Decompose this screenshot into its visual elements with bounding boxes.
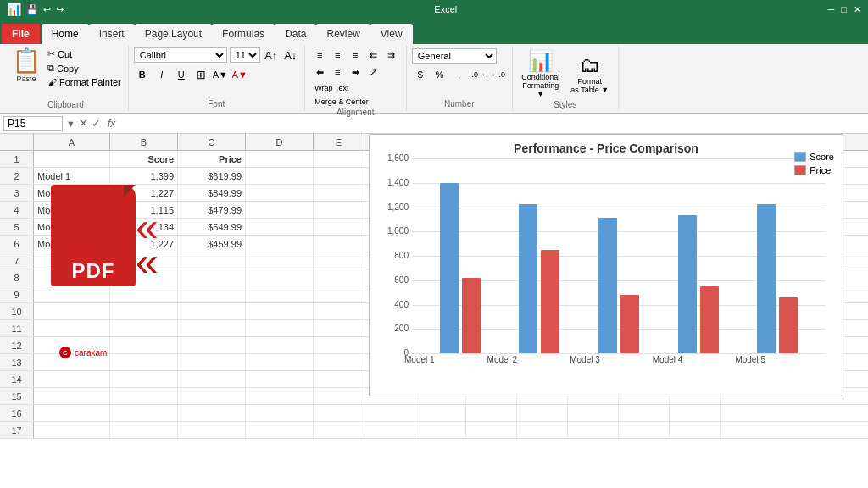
cell-J2[interactable] <box>568 168 619 184</box>
cell-A17[interactable] <box>34 422 110 438</box>
cell-D4[interactable] <box>246 202 314 218</box>
cell-A6[interactable]: Model 5 <box>34 236 110 252</box>
cell-F5[interactable] <box>364 219 415 235</box>
col-header-d[interactable]: D <box>246 134 314 150</box>
cell-D10[interactable] <box>246 303 314 319</box>
paste-button[interactable]: 📋 Paste <box>8 47 44 100</box>
cell-I15[interactable] <box>517 388 568 404</box>
cell-C16[interactable] <box>178 405 246 421</box>
cell-I17[interactable] <box>517 422 568 438</box>
cell-J14[interactable] <box>568 371 619 387</box>
cell-D14[interactable] <box>246 371 314 387</box>
cancel-formula-button[interactable]: ✕ <box>79 117 88 130</box>
cell-E8[interactable] <box>314 269 364 286</box>
cell-E1[interactable] <box>314 151 364 167</box>
cell-H6[interactable] <box>466 236 517 252</box>
cell-C15[interactable] <box>178 388 246 404</box>
cell-B10[interactable] <box>110 303 178 319</box>
cell-K17[interactable] <box>619 422 670 438</box>
wrap-text-button[interactable]: Wrap Text <box>311 82 352 94</box>
quick-redo-icon[interactable]: ↪ <box>56 4 64 15</box>
copy-button[interactable]: ⧉ Copy <box>46 62 123 75</box>
cell-E15[interactable] <box>314 388 364 404</box>
cell-A11[interactable] <box>34 320 110 336</box>
cell-L2[interactable] <box>670 168 721 184</box>
cell-L17[interactable] <box>670 422 721 438</box>
cell-F8[interactable] <box>364 269 415 286</box>
cell-B4[interactable]: 1,115 <box>110 202 178 218</box>
cell-D17[interactable] <box>246 422 314 438</box>
cell-G16[interactable] <box>415 405 466 421</box>
cell-E11[interactable] <box>314 320 364 336</box>
cell-C10[interactable] <box>178 303 246 319</box>
cell-L16[interactable] <box>670 405 721 421</box>
underline-button[interactable]: U <box>173 67 190 82</box>
cell-I14[interactable] <box>517 371 568 387</box>
col-header-a[interactable]: A <box>34 134 110 150</box>
cell-D6[interactable] <box>246 236 314 252</box>
cell-L15[interactable] <box>670 388 721 404</box>
cell-F3[interactable] <box>364 185 415 201</box>
align-left-button[interactable]: ⬅ <box>311 64 328 80</box>
cut-button[interactable]: ✂ Cut <box>46 47 123 60</box>
cell-I4[interactable] <box>517 202 568 218</box>
minimize-icon[interactable]: ─ <box>828 4 835 15</box>
cell-reference-input[interactable] <box>3 116 63 131</box>
cell-A12[interactable] <box>34 337 110 353</box>
cell-L7[interactable] <box>670 252 721 269</box>
cell-H10[interactable] <box>466 303 517 319</box>
cell-K14[interactable] <box>619 371 670 387</box>
cell-D7[interactable] <box>246 252 314 269</box>
cell-A7[interactable] <box>34 252 110 269</box>
cell-H11[interactable] <box>466 320 517 336</box>
col-header-b[interactable]: B <box>110 134 178 150</box>
cell-L10[interactable] <box>670 303 721 319</box>
cell-L5[interactable] <box>670 219 721 235</box>
cell-J15[interactable] <box>568 388 619 404</box>
cell-A10[interactable] <box>34 303 110 319</box>
cell-C3[interactable]: $849.99 <box>178 185 246 201</box>
cell-K7[interactable] <box>619 252 670 269</box>
cell-B2[interactable]: 1,399 <box>110 168 178 184</box>
cell-A2[interactable]: Model 1 <box>34 168 110 184</box>
cell-D5[interactable] <box>246 219 314 235</box>
cell-G12[interactable] <box>415 337 466 353</box>
quick-save-icon[interactable]: 💾 <box>26 4 38 15</box>
cell-A4[interactable]: Model 3 <box>34 202 110 218</box>
cell-H9[interactable] <box>466 286 517 302</box>
cell-K8[interactable] <box>619 269 670 286</box>
cell-L1[interactable] <box>670 151 721 167</box>
cell-G10[interactable] <box>415 303 466 319</box>
orientation-button[interactable]: ↗ <box>364 64 381 80</box>
col-header-h[interactable]: H <box>466 134 517 150</box>
align-top-right-button[interactable]: ≡ <box>347 47 364 63</box>
col-header-c[interactable]: C <box>178 134 246 150</box>
cell-C14[interactable] <box>178 371 246 387</box>
cell-B1[interactable]: Score <box>110 151 178 167</box>
cell-L8[interactable] <box>670 269 721 286</box>
cell-F15[interactable] <box>364 388 415 404</box>
italic-button[interactable]: I <box>153 67 170 82</box>
cell-D13[interactable] <box>246 354 314 370</box>
cell-F2[interactable] <box>364 168 415 184</box>
cell-F12[interactable] <box>364 337 415 353</box>
cell-J3[interactable] <box>568 185 619 201</box>
cell-E13[interactable] <box>314 354 364 370</box>
cell-J5[interactable] <box>568 219 619 235</box>
number-format-select[interactable]: General <box>412 48 497 64</box>
cell-E17[interactable] <box>314 422 364 438</box>
cell-A3[interactable]: Model 2 <box>34 185 110 201</box>
cell-B16[interactable] <box>110 405 178 421</box>
currency-button[interactable]: $ <box>412 67 429 82</box>
cell-J12[interactable] <box>568 337 619 353</box>
cell-E4[interactable] <box>314 202 364 218</box>
cell-D1[interactable] <box>246 151 314 167</box>
font-name-select[interactable]: Calibri <box>134 47 227 63</box>
cell-I7[interactable] <box>517 252 568 269</box>
cell-L11[interactable] <box>670 320 721 336</box>
cell-C9[interactable] <box>178 286 246 302</box>
font-color-button[interactable]: A▼ <box>231 67 248 82</box>
cell-H8[interactable] <box>466 269 517 286</box>
cell-I13[interactable] <box>517 354 568 370</box>
cell-G13[interactable] <box>415 354 466 370</box>
